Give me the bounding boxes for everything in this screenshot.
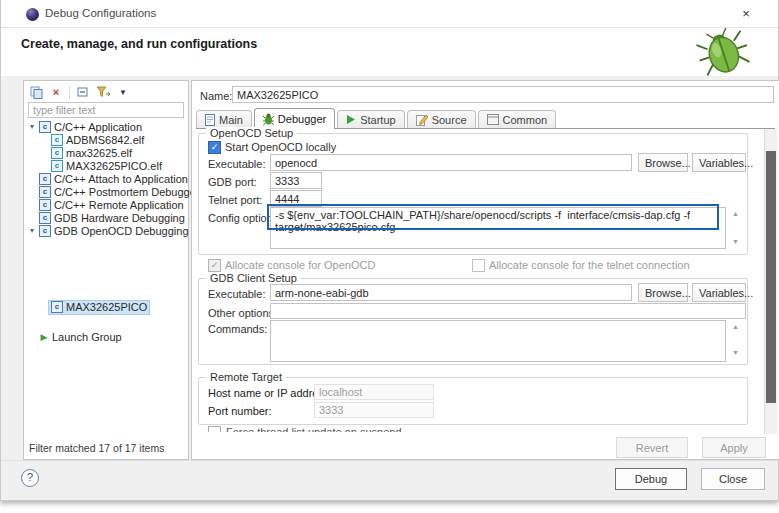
force-thread-list-checkbox[interactable] [208, 426, 221, 432]
tree-item-label: GDB OpenOCD Debugging [54, 225, 189, 237]
allocate-telnet-console-checkbox[interactable] [472, 259, 485, 272]
apply-button[interactable]: Apply [702, 437, 766, 458]
openocd-browse-button[interactable]: Browse... [638, 153, 688, 172]
gdb-browse-button[interactable]: Browse... [638, 283, 688, 302]
close-button[interactable]: Close [701, 468, 765, 490]
title-bar: Debug Configurations × [1, 0, 778, 28]
openocd-executable-input[interactable] [270, 154, 632, 171]
other-options-input[interactable] [270, 303, 746, 319]
debug-button[interactable]: Debug [615, 468, 687, 490]
commands-label: Commands: [208, 323, 267, 335]
form-scrollbar[interactable] [764, 129, 777, 434]
delete-config-icon[interactable]: × [48, 84, 64, 100]
openocd-variables-button[interactable]: Variables... [692, 153, 746, 172]
tab-common[interactable]: Common [478, 110, 557, 128]
tab-label: Common [503, 114, 548, 126]
tree-item-c-c-application[interactable]: ▾cC/C++ Application [27, 121, 185, 134]
config-scroll-up-icon[interactable]: ▲ [730, 210, 741, 218]
c-configuration-icon: c [39, 186, 51, 198]
chevron-down-icon[interactable]: ▾ [27, 224, 37, 237]
tree-item-content: cGDB Hardware Debugging [37, 212, 187, 225]
debugger-tab-icon [263, 113, 274, 125]
help-button[interactable]: ? [21, 469, 39, 487]
menu-caret-icon[interactable]: ▼ [115, 84, 131, 100]
tree-item-label: max32625.elf [66, 147, 132, 159]
filter-input[interactable] [28, 102, 184, 118]
tree-item-gdb-hardware-debugging[interactable]: cGDB Hardware Debugging [27, 212, 185, 225]
gdb-client-setup-group-label: GDB Client Setup [206, 272, 301, 284]
remote-target-group-label: Remote Target [206, 371, 286, 383]
c-configuration-icon: c [51, 301, 63, 313]
filter-status: Filter matched 17 of 17 items [29, 442, 164, 454]
host-value-field: localhost [314, 384, 434, 400]
configurations-sidebar: ×▼ ▾cC/C++ ApplicationcADBMS6842.elfcmax… [23, 80, 189, 460]
tab-bar: MainDebuggerStartupSourceCommon [196, 107, 775, 129]
tree-item-c-c-postmortem-debugger[interactable]: cC/C++ Postmortem Debugger [27, 186, 185, 199]
common-tab-icon [487, 114, 499, 125]
gdb-variables-button[interactable]: Variables... [692, 283, 746, 302]
openocd-setup-group-label: OpenOCD Setup [206, 127, 297, 139]
dialog-body: ×▼ ▾cC/C++ ApplicationcADBMS6842.elfcmax… [1, 76, 778, 460]
sidebar-toolbar: ×▼ [28, 83, 131, 101]
debug-configurations-dialog: Debug Configurations × Create, manage, a… [0, 0, 779, 501]
tree-item-max32625pico-elf[interactable]: cMAX32625PICO.elf [27, 160, 185, 173]
main-tab-icon [205, 114, 215, 126]
tree-item-max32625pico[interactable]: cMAX32625PICO [27, 301, 185, 314]
c-configuration-icon: c [51, 147, 63, 159]
c-configuration-icon: c [39, 121, 51, 133]
form-scrollbar-thumb[interactable] [766, 151, 776, 403]
c-configuration-icon: c [51, 134, 63, 146]
duplicate-config-icon[interactable] [28, 84, 44, 100]
tab-label: Startup [360, 114, 395, 126]
app-icon [26, 8, 39, 21]
revert-button[interactable]: Revert [616, 437, 688, 458]
tab-debugger[interactable]: Debugger [254, 108, 335, 129]
tab-label: Source [432, 114, 467, 126]
tree-item-label: C/C++ Postmortem Debugger [54, 186, 200, 198]
close-icon[interactable]: × [737, 5, 755, 23]
commands-textarea[interactable] [270, 320, 726, 362]
tab-main[interactable]: Main [196, 110, 252, 128]
tree-item-c-c-attach-to-application[interactable]: cC/C++ Attach to Application [27, 173, 185, 186]
dialog-header: Create, manage, and run configurations [1, 28, 778, 76]
force-thread-list-label: Force thread list update on suspend [226, 426, 402, 432]
tree-item-max32625-elf[interactable]: cmax32625.elf [27, 147, 185, 160]
tree-item-launch-group[interactable]: ▶Launch Group [27, 331, 185, 344]
dialog-footer: ? Debug Close [1, 460, 778, 500]
force-thread-list-row: Force thread list update on suspend [200, 425, 500, 432]
tree-item-content: cC/C++ Postmortem Debugger [37, 186, 202, 199]
tree-item-content: cmax32625.elf [49, 147, 134, 160]
commands-scroll-down-icon[interactable]: ▼ [730, 349, 741, 357]
config-options-textarea[interactable]: -s ${env_var:TOOLCHAIN_PATH}/share/openo… [270, 207, 726, 249]
gdb-port-input[interactable] [270, 172, 322, 189]
commands-scroll-up-icon[interactable]: ▲ [730, 323, 741, 331]
tree-item-label: GDB Hardware Debugging [54, 212, 185, 224]
tree-item-content: cGDB OpenOCD Debugging [37, 225, 191, 238]
tab-startup[interactable]: Startup [337, 110, 404, 128]
source-tab-icon [416, 114, 428, 126]
tree-item-content: cMAX32625PICO.elf [49, 160, 164, 173]
c-configuration-icon: c [51, 160, 63, 172]
tree-item-adbms6842-elf[interactable]: cADBMS6842.elf [27, 134, 185, 147]
port-value-field: 3333 [314, 402, 434, 418]
allocate-openocd-console-checkbox[interactable]: ✓ [208, 259, 221, 272]
chevron-down-icon[interactable]: ▾ [27, 120, 37, 133]
name-input[interactable] [232, 86, 774, 103]
collapse-all-icon[interactable] [75, 84, 91, 100]
tree-item-content: cC/C++ Attach to Application [37, 173, 190, 186]
tree-item-label: C/C++ Attach to Application [54, 173, 188, 185]
start-openocd-checkbox[interactable]: ✓ [208, 141, 221, 154]
filter-configs-icon[interactable] [95, 84, 111, 100]
tree-item-gdb-openocd-debugging[interactable]: ▾cGDB OpenOCD Debugging [27, 225, 185, 238]
tree-item-c-c-remote-application[interactable]: cC/C++ Remote Application [27, 199, 185, 212]
configurations-tree: ▾cC/C++ ApplicationcADBMS6842.elfcmax326… [25, 121, 187, 439]
openocd-executable-label: Executable: [208, 158, 265, 170]
telnet-port-input[interactable] [270, 190, 322, 207]
tree-item-label: C/C++ Remote Application [54, 199, 184, 211]
tab-source[interactable]: Source [407, 110, 476, 128]
gdb-executable-input[interactable] [270, 284, 632, 301]
telnet-port-label: Telnet port: [208, 194, 262, 206]
tree-item-label: ADBMS6842.elf [66, 134, 144, 146]
config-scroll-down-icon[interactable]: ▼ [730, 238, 741, 246]
c-configuration-icon: c [39, 173, 51, 185]
